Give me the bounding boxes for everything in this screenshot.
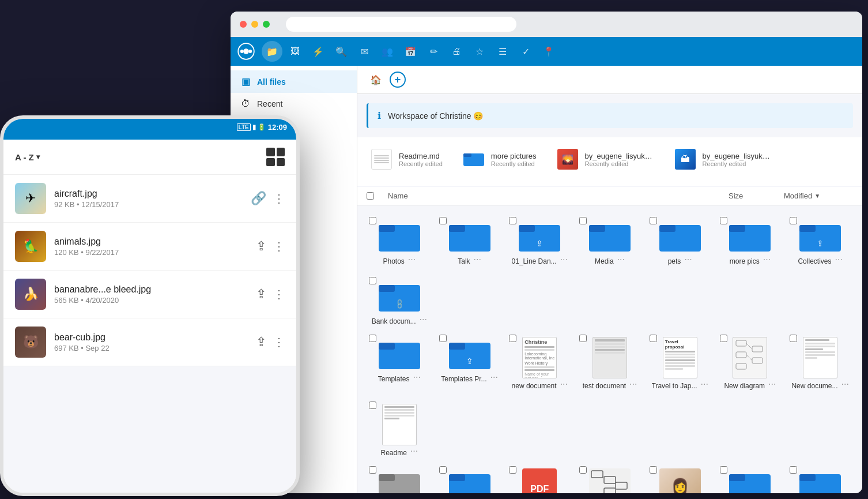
file-checkbox-contacts-backup[interactable] [720, 466, 727, 474]
more-options-travel[interactable]: ··· [700, 379, 708, 389]
phone-file-item-bear[interactable]: 🐻 bear-cub.jpg 697 KB • Sep 22 ⇪ ⋮ [3, 318, 296, 366]
file-item-templates[interactable]: Templates ··· [367, 332, 432, 395]
file-checkbox-newdiagram[interactable] [720, 335, 727, 342]
file-item-modeles[interactable]: Modèles ··· [437, 464, 503, 493]
sidebar-item-recent[interactable]: ⏱ Recent [231, 93, 357, 115]
file-checkbox-calendar-backup[interactable] [790, 466, 797, 474]
more-options-newdiagram[interactable]: ··· [768, 379, 776, 389]
file-checkbox-readme-grid[interactable] [369, 402, 376, 409]
file-item-linedan[interactable]: ⇪ 01_Line Dan... ··· [507, 215, 572, 270]
col-modified-header[interactable]: Modified ▼ [784, 192, 853, 200]
file-item-photos[interactable]: Photos ··· [367, 215, 432, 270]
select-all-checkbox[interactable] [367, 192, 374, 200]
file-item-calendar-backup[interactable]: .Calendar-Backup ··· [787, 464, 853, 493]
file-item-templatesPr[interactable]: ⇪ Templates Pr... ··· [437, 332, 503, 395]
file-item-contacts-backup[interactable]: .Contacts-Backup ··· [718, 464, 783, 493]
more-icon-banana[interactable]: ⋮ [273, 287, 285, 301]
more-options-templatesPr[interactable]: ··· [490, 372, 498, 382]
nav-icon-check[interactable]: ✓ [515, 41, 536, 62]
file-item-pdf[interactable]: PDF Nextcloud_S... ··· [507, 464, 572, 493]
file-item-testdoc[interactable]: test document ··· [577, 332, 643, 395]
more-icon-aircraft[interactable]: ⋮ [273, 192, 285, 205]
file-checkbox-collectives[interactable] [790, 217, 797, 224]
file-checkbox-pdf[interactable] [509, 466, 516, 474]
file-checkbox-hairtody[interactable] [650, 466, 657, 474]
file-checkbox-linedan[interactable] [509, 217, 516, 224]
more-options-newdocume[interactable]: ··· [841, 379, 848, 389]
file-checkbox-bank[interactable] [369, 277, 376, 284]
file-checkbox-media[interactable] [579, 217, 587, 224]
file-item-newdiagram[interactable]: New diagram ··· [718, 332, 783, 395]
file-checkbox-templates[interactable] [369, 335, 376, 342]
phone-file-item-banana[interactable]: 🍌 bananabre...e bleed.jpg 565 KB • 4/20/… [3, 271, 296, 318]
nav-icon-starred[interactable]: ☆ [469, 41, 490, 62]
nav-icon-activity[interactable]: ⚡ [308, 41, 329, 62]
phone-file-item-aircraft[interactable]: ✈ aircraft.jpg 92 KB • 12/15/2017 🔗 ⋮ [3, 175, 296, 223]
more-options-bank[interactable]: ··· [420, 314, 427, 325]
file-checkbox-templatesPr[interactable] [439, 335, 447, 342]
window-minimize-dot[interactable] [251, 21, 258, 28]
more-options-pets[interactable]: ··· [684, 254, 692, 265]
file-checkbox-testdoc[interactable] [579, 335, 587, 342]
more-options-media[interactable]: ··· [617, 254, 625, 265]
sort-button[interactable]: A - Z ▾ [15, 152, 40, 162]
nav-icon-photos[interactable]: 🖼 [285, 41, 305, 62]
file-item-collectives[interactable]: ⇪ Collectives ··· [787, 215, 853, 270]
file-item-media[interactable]: Media ··· [577, 215, 643, 270]
file-checkbox-newdoc[interactable] [509, 335, 516, 342]
share-icon-banana[interactable]: ⇪ [256, 287, 266, 302]
recent-item-readme[interactable]: Readme.md Recently edited [367, 147, 447, 172]
file-item-newdocume[interactable]: New docume... ··· [787, 332, 853, 395]
nav-icon-print[interactable]: 🖨 [446, 41, 467, 62]
file-item-hairtody[interactable]: 👩 my hair today ··· [647, 464, 713, 493]
link-icon-aircraft[interactable]: 🔗 [251, 191, 266, 206]
file-item-pets[interactable]: pets ··· [647, 215, 713, 270]
more-options-photos[interactable]: ··· [408, 254, 416, 265]
grid-view-toggle[interactable] [266, 148, 285, 166]
more-options-collectives[interactable]: ··· [835, 254, 842, 265]
more-options-newdoc[interactable]: ··· [560, 379, 568, 389]
nav-icon-files[interactable]: 📁 [262, 41, 282, 62]
file-item-readme-grid[interactable]: Readme ··· [367, 399, 432, 462]
share-icon-animals[interactable]: ⇪ [256, 239, 266, 254]
file-item-bank[interactable]: 🔗 Bank docum... ··· [367, 275, 432, 330]
file-item-morepics[interactable]: more pics ··· [718, 215, 783, 270]
more-icon-animals[interactable]: ⋮ [273, 239, 285, 253]
more-options-testdoc[interactable]: ··· [629, 379, 637, 389]
file-item-user[interactable]: user ··· [367, 464, 432, 493]
add-file-button[interactable]: + [390, 72, 406, 88]
nav-icon-search[interactable]: 🔍 [331, 41, 352, 62]
file-item-flowchart[interactable]: FlowChart-Pro ··· [577, 464, 643, 493]
nav-icon-maps[interactable]: 📍 [538, 41, 559, 62]
nav-icon-calendar[interactable]: 📅 [400, 41, 421, 62]
sidebar-item-all-files[interactable]: ▣ All files [231, 70, 357, 93]
recent-item-photo1[interactable]: 🌄 by_eugene_lisyuk_648....jpg Recently e… [553, 147, 659, 172]
file-checkbox-flowchart[interactable] [579, 466, 587, 474]
more-options-talk[interactable]: ··· [474, 254, 481, 265]
file-item-talk[interactable]: Talk ··· [437, 215, 503, 270]
more-icon-bear[interactable]: ⋮ [273, 335, 285, 349]
phone-file-item-animals[interactable]: 🦜 animals.jpg 120 KB • 9/22/2017 ⇪ ⋮ [3, 223, 296, 271]
window-close-dot[interactable] [240, 21, 247, 28]
file-checkbox-modeles[interactable] [439, 466, 447, 474]
file-item-newdoc[interactable]: Christine Lakecoming International, Inc … [507, 332, 572, 395]
more-options-linedan[interactable]: ··· [560, 254, 568, 265]
more-options-readme-grid[interactable]: ··· [410, 446, 418, 456]
nav-icon-contacts[interactable]: 👥 [377, 41, 398, 62]
file-checkbox-talk[interactable] [439, 217, 447, 224]
window-maximize-dot[interactable] [263, 21, 270, 28]
file-checkbox-morepics[interactable] [720, 217, 727, 224]
file-checkbox-user[interactable] [369, 466, 376, 474]
file-checkbox-pets[interactable] [650, 217, 657, 224]
recent-item-more-pictures[interactable]: more pictures Recently edited [459, 147, 541, 172]
more-options-morepics[interactable]: ··· [763, 254, 771, 265]
more-options-templates[interactable]: ··· [413, 372, 421, 382]
file-checkbox-travel[interactable] [650, 335, 657, 342]
file-item-travel[interactable]: Travel proposal Travel to Jap... ··· [647, 332, 713, 395]
file-checkbox-photos[interactable] [369, 217, 376, 224]
nav-icon-mail[interactable]: ✉ [354, 41, 375, 62]
file-checkbox-newdocume[interactable] [790, 335, 797, 342]
nav-icon-tasks[interactable]: ☰ [492, 41, 513, 62]
recent-item-photo2[interactable]: 🏔 by_eugene_lisyuk_648....jpg Recently e… [670, 147, 776, 172]
address-bar[interactable] [286, 17, 516, 32]
